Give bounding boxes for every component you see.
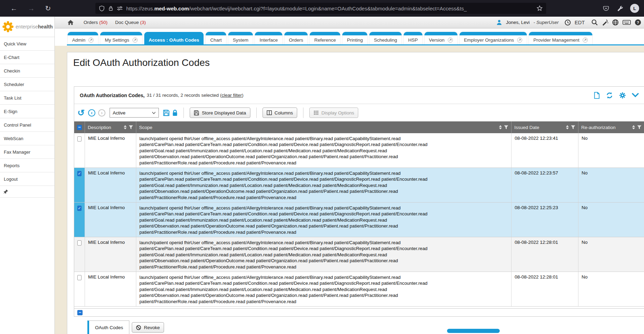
sidebar-item-quick-view[interactable]: Quick View (0, 37, 54, 51)
table-row[interactable]: ✓ MIE Local Inferno launch/patient openi… (74, 168, 644, 203)
table-row[interactable]: MIE Local Inferno launch/patient openid … (74, 133, 644, 168)
store-displayed-data-button[interactable]: Store Displayed Data (190, 108, 250, 118)
profile-avatar[interactable]: L (630, 4, 639, 13)
tab-hsp[interactable]: HSP (404, 32, 422, 44)
sidebar-item-scheduler[interactable]: Scheduler (0, 78, 54, 91)
help-icon[interactable]: ? (635, 19, 641, 26)
doc-queue-link[interactable]: Doc Queue (3) (115, 20, 146, 25)
browser-toolbar: ← → ↻ https://zeus.med-web.com/webchart/… (0, 0, 644, 17)
undo-filter-button[interactable]: ↺ (77, 109, 85, 117)
keyboard-icon[interactable] (622, 19, 631, 25)
description-cell: MIE Local Inferno (85, 203, 136, 237)
row-checkbox[interactable]: ✓ (77, 171, 81, 176)
browser-forward-button[interactable]: → (28, 5, 35, 12)
issued-date-cell: 08-08-2022 12:25:23 (511, 203, 578, 237)
tab-system[interactable]: System (228, 32, 253, 44)
wand-icon[interactable] (602, 19, 608, 26)
sort-icon[interactable] (499, 125, 502, 129)
sidebar-item-control-panel[interactable]: Control Panel (0, 118, 54, 132)
browser-back-button[interactable]: ← (10, 5, 17, 12)
column-label[interactable]: Issued Date (514, 125, 539, 130)
shield-icon[interactable] (99, 6, 105, 11)
sidebar-item-label: E-Sign (4, 109, 17, 114)
sort-icon[interactable] (566, 125, 569, 129)
sidebar-item-checkin[interactable]: Checkin (0, 64, 54, 78)
tab-interface[interactable]: Interface (255, 32, 282, 44)
filter-funnel-icon[interactable] (129, 125, 133, 129)
tab-scheduling[interactable]: Scheduling (369, 32, 402, 44)
save-icon (194, 110, 199, 115)
permissions-icon[interactable] (117, 6, 123, 11)
sort-icon[interactable] (124, 125, 127, 129)
revoke-button[interactable]: Revoke (132, 322, 164, 333)
select-all-checkbox[interactable]: − (77, 125, 82, 130)
next-filter-button[interactable]: › (98, 109, 105, 117)
filter-funnel-icon[interactable] (637, 125, 642, 129)
sort-icon[interactable] (632, 125, 635, 129)
display-options-button[interactable]: Display Options (309, 108, 359, 118)
tab-employer-organizations[interactable]: Employer Organizations (460, 32, 527, 44)
tab-label: Admin (72, 37, 85, 43)
orders-link[interactable]: Orders (50) (84, 20, 108, 25)
tab-version[interactable]: Version (424, 32, 457, 44)
globe-icon[interactable] (612, 19, 619, 26)
column-label[interactable]: Scope (139, 125, 152, 130)
tab-my-settings[interactable]: My Settings (100, 32, 142, 44)
horizontal-scrollbar-thumb[interactable] (447, 329, 500, 333)
row-checkbox[interactable] (77, 240, 81, 246)
sidebar-item-label: Fax Manager (4, 149, 31, 155)
previous-filter-button[interactable]: ‹ (88, 109, 95, 117)
page-title: Edit OAuth Authorization Codes (73, 57, 210, 68)
table-row[interactable]: MIE Local Inferno launch/patient openid … (74, 237, 644, 272)
tab-reference[interactable]: Reference (310, 32, 340, 44)
oauth-codes-bottom-tab[interactable]: OAuth Codes (87, 320, 129, 334)
table-row[interactable]: ✓ MIE Local Inferno launch/patient openi… (74, 203, 644, 237)
bookmark-star-icon[interactable] (536, 5, 543, 11)
tab-printing[interactable]: Printing (342, 32, 367, 44)
sidebar-item-fax-manager[interactable]: Fax Manager (0, 145, 54, 159)
tab-orders[interactable]: Orders (284, 32, 308, 44)
search-icon[interactable] (591, 19, 598, 26)
new-record-icon[interactable] (594, 92, 600, 99)
tab-admin[interactable]: Admin (68, 32, 98, 44)
refresh-icon[interactable] (606, 92, 613, 99)
browser-reload-button[interactable]: ↻ (45, 5, 51, 12)
scope-cell: launch/patient openid fhirUser offline_a… (136, 272, 511, 306)
lock-icon[interactable] (108, 6, 113, 11)
filter-funnel-icon[interactable] (571, 125, 575, 129)
sidebar-item-reports[interactable]: Reports (0, 159, 54, 172)
sidebar-item-logout[interactable]: Logout (0, 172, 54, 186)
scope-cell: launch/patient openid fhirUser offline_a… (136, 133, 511, 168)
filter-funnel-icon[interactable] (504, 125, 508, 129)
gear-icon[interactable] (619, 92, 626, 99)
columns-button[interactable]: Columns (263, 108, 297, 118)
row-checkbox[interactable] (77, 275, 81, 280)
column-label[interactable]: Re-authorization (581, 125, 616, 130)
lock-filter-icon[interactable] (172, 110, 178, 116)
row-checkbox[interactable]: ✓ (77, 206, 81, 211)
saved-filter-select[interactable]: Active (110, 108, 159, 118)
tab-access-oauth-codes[interactable]: Access : OAuth Codes (144, 32, 204, 44)
sidebar-item-task-list[interactable]: Task List (0, 91, 54, 105)
clear-filter-link[interactable]: clear filter (222, 93, 242, 98)
sidebar-item-e-sign[interactable]: E-Sign (0, 105, 54, 118)
table-row[interactable]: MIE Local Inferno launch/patient openid … (74, 272, 644, 307)
column-label[interactable]: Description (88, 125, 111, 130)
chevron-down-icon[interactable] (632, 93, 639, 97)
save-filter-icon[interactable] (163, 110, 170, 116)
sidebar-pin-row[interactable] (0, 186, 54, 198)
tab-provider-management[interactable]: Provider Management (529, 32, 592, 44)
tab-chart[interactable]: Chart (206, 32, 226, 44)
url-bar[interactable]: https://zeus.med-web.com/webchart/wctlev… (95, 3, 546, 14)
sidebar-item-label: E-Chart (4, 55, 19, 60)
row-checkbox[interactable] (77, 136, 81, 142)
pocket-icon[interactable] (603, 5, 609, 11)
sidebar-item-webscan[interactable]: WebScan (0, 132, 54, 145)
select-all-footer-checkbox[interactable]: − (77, 310, 83, 315)
sidebar-item-e-chart[interactable]: E-Chart (0, 51, 54, 64)
user-name[interactable]: Jones, Levi (506, 20, 530, 25)
wrench-icon[interactable] (617, 5, 623, 11)
home-icon[interactable] (67, 19, 74, 25)
row-select-cell: ✓ (74, 168, 85, 202)
external-link-icon (583, 37, 588, 43)
